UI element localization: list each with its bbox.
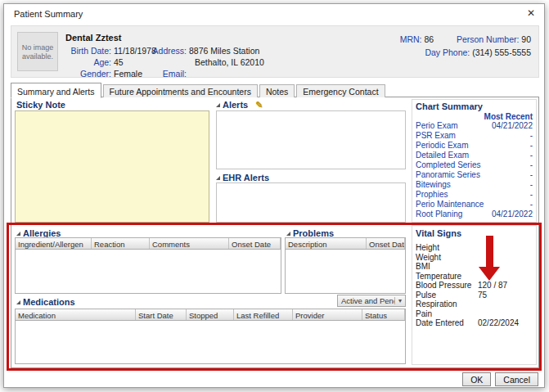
address-label-spacer	[149, 57, 187, 67]
address-value-line1: 8876 Miles Station	[189, 46, 264, 56]
vital-sign-row: Temperature	[416, 272, 533, 282]
age-label: Age:	[64, 57, 111, 67]
sticky-note-title: Sticky Note	[16, 100, 65, 110]
vital-signs-section: Vital Signs Height Weight BMI Temperatur…	[412, 225, 537, 365]
collapse-triangle-icon[interactable]	[16, 300, 20, 304]
chart-summary-row: Periodic Exam-	[416, 141, 533, 151]
dialog-footer: OK Cancel	[462, 372, 538, 386]
medications-title: Medications	[23, 297, 75, 307]
column-header-ingredient-allergen[interactable]: Ingredient/Allergen	[16, 238, 92, 249]
mrn-person-line: MRN: 86 Person Number: 90	[400, 34, 531, 44]
column-header-onset-date[interactable]: Onset Date	[367, 238, 405, 249]
email-value	[189, 69, 264, 79]
collapse-triangle-icon[interactable]	[216, 176, 220, 180]
medications-filter-dropdown[interactable]: Active and Pending ▾	[337, 295, 406, 307]
chart-summary-row: PSR Exam-	[416, 131, 533, 141]
collapse-triangle-icon[interactable]	[286, 232, 290, 236]
problems-table: Description Onset Date	[285, 237, 406, 294]
medications-table: Medication Start Date Stopped Last Refil…	[15, 309, 406, 364]
column-header-status[interactable]: Status	[362, 309, 405, 320]
column-header-last-refilled[interactable]: Last Refilled	[234, 309, 293, 320]
patient-header: No image available. Dental Zztest Birth …	[11, 25, 539, 78]
day-phone-label: Day Phone:	[425, 47, 470, 57]
alerts-title: Alerts	[223, 100, 248, 110]
cancel-button[interactable]: Cancel	[495, 372, 538, 386]
chart-summary-row: Panoramic Series-	[416, 170, 533, 180]
vital-sign-row-blood-pressure: Blood Pressure120 / 87	[416, 281, 533, 291]
column-header-description[interactable]: Description	[286, 238, 367, 249]
ehr-alerts-title: EHR Alerts	[223, 173, 269, 182]
chart-summary-row: Perio Maintenance-	[416, 200, 533, 210]
allergies-table-header: Ingredient/Allergen Reaction Comments On…	[16, 238, 281, 250]
vital-sign-row-pulse: Pulse75	[416, 291, 533, 300]
day-phone-line: Day Phone: (314) 555-5555	[400, 47, 531, 57]
collapse-triangle-icon[interactable]	[16, 232, 20, 236]
address-value-line2: Bethalto, IL 62010	[189, 57, 264, 67]
vital-sign-row: BMI	[416, 262, 533, 272]
column-header-provider[interactable]: Provider	[293, 309, 362, 320]
column-header-start-date[interactable]: Start Date	[136, 309, 187, 320]
medications-table-header: Medication Start Date Stopped Last Refil…	[16, 309, 405, 321]
mrn-value: 86	[424, 34, 434, 44]
ehr-alerts-header: EHR Alerts	[216, 173, 269, 182]
chart-summary-row: Root Planing04/21/2022	[416, 210, 533, 219]
chart-summary-section: Chart Summary Most Recent Perio Exam04/2…	[412, 99, 537, 223]
collapse-triangle-icon[interactable]	[216, 103, 220, 107]
chart-summary-rows: Perio Exam04/21/2022 PSR Exam- Periodic …	[416, 121, 533, 219]
mrn-label: MRN:	[400, 34, 422, 44]
allergies-table: Ingredient/Allergen Reaction Comments On…	[15, 237, 281, 294]
medications-header: Medications	[16, 297, 75, 307]
edit-pencil-icon[interactable]: ✎	[255, 100, 263, 110]
gender-label: Gender:	[64, 69, 111, 79]
patient-name: Dental Zztest	[65, 33, 121, 43]
chart-summary-title: Chart Summary	[416, 101, 533, 111]
vital-signs-title: Vital Signs	[416, 228, 533, 238]
vital-sign-row: Pain	[416, 309, 533, 319]
patient-photo-placeholder: No image available.	[17, 32, 58, 71]
patient-ids: MRN: 86 Person Number: 90 Day Phone: (31…	[400, 34, 531, 61]
column-header-reaction[interactable]: Reaction	[92, 238, 150, 249]
medications-filter-value: Active and Pending	[338, 296, 394, 305]
chart-summary-row: Completed Series-	[416, 160, 533, 170]
column-header-stopped[interactable]: Stopped	[187, 309, 234, 320]
summary-and-alerts-panel: Sticky Note Alerts✎ EHR Alerts Chart Sum…	[11, 97, 539, 368]
tab-notes[interactable]: Notes	[259, 84, 295, 97]
ok-button[interactable]: OK	[462, 372, 491, 386]
window-title: Patient Summary	[14, 9, 83, 19]
vital-sign-row-date-entered: Date Entered02/22/2024	[416, 318, 533, 328]
ehr-alerts-list	[216, 182, 406, 223]
most-recent-column-header: Most Recent	[416, 112, 533, 121]
vital-signs-rows: Height Weight BMI Temperature Blood Pres…	[416, 243, 533, 328]
sticky-note-area[interactable]	[15, 110, 209, 223]
chart-summary-row: Prophies-	[416, 190, 533, 200]
tab-summary-and-alerts[interactable]: Summary and Alerts	[11, 83, 101, 98]
alerts-header: Alerts✎	[216, 100, 263, 110]
close-icon[interactable]: ✕	[527, 7, 535, 19]
birth-date-label: Birth Date:	[64, 46, 111, 56]
patient-summary-dialog: Patient Summary ✕ No image available. De…	[3, 3, 545, 388]
chart-summary-row: Bitewings-	[416, 180, 533, 190]
chevron-down-icon: ▾	[394, 297, 405, 304]
column-header-medication[interactable]: Medication	[16, 309, 136, 320]
problems-table-header: Description Onset Date	[286, 238, 405, 250]
chart-summary-row: Detailed Exam-	[416, 151, 533, 160]
vital-sign-row: Height	[416, 243, 533, 253]
patient-demographics: Birth Date: 11/18/1978 Age: 45 Gender: F…	[64, 46, 156, 79]
person-number-value: 90	[521, 34, 531, 44]
vital-sign-row: Respiration	[416, 300, 533, 309]
tab-future-appointments-and-encounters[interactable]: Future Appointments and Encounters	[103, 84, 258, 97]
screen: { "window": { "title": "Patient Summary"…	[0, 0, 549, 392]
column-header-comments[interactable]: Comments	[150, 238, 229, 249]
day-phone-value: (314) 555-5555	[472, 47, 531, 57]
patient-contact: Address: 8876 Miles Station Bethalto, IL…	[149, 46, 264, 79]
address-label: Address:	[149, 46, 187, 56]
column-header-onset-date[interactable]: Onset Date	[229, 238, 281, 249]
chart-summary-row: Perio Exam04/21/2022	[416, 121, 533, 131]
email-label: Email:	[149, 69, 187, 79]
vital-sign-row: Weight	[416, 253, 533, 263]
tab-emergency-contact[interactable]: Emergency Contact	[296, 84, 385, 97]
titlebar: Patient Summary ✕	[4, 4, 544, 24]
tab-strip: Summary and Alerts Future Appointments a…	[11, 82, 387, 97]
person-number-label: Person Number:	[457, 34, 519, 44]
alerts-list	[216, 110, 406, 169]
